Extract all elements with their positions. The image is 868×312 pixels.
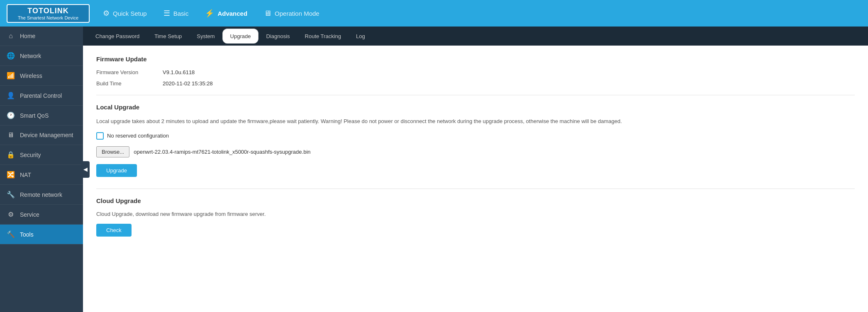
- sidebar-item-security[interactable]: 🔒 Security: [0, 145, 83, 165]
- gear-icon: ⚙: [103, 9, 110, 18]
- list-icon: ☰: [163, 9, 170, 18]
- sidebar-item-parental-control-label: Parental Control: [20, 92, 62, 99]
- device-icon: 🖥: [7, 131, 15, 139]
- service-icon: ⚙: [7, 210, 15, 218]
- firmware-version-value: V9.1.0u.6118: [163, 69, 195, 75]
- sidebar-item-parental-control[interactable]: 👤 Parental Control: [0, 86, 83, 106]
- local-upgrade-title: Local Upgrade: [96, 104, 855, 111]
- top-nav: ⚙ Quick Setup ☰ Basic ⚡ Advanced 🖥 Opera…: [103, 9, 861, 18]
- firmware-version-label: Firmware Version: [96, 69, 163, 75]
- sidebar-item-tools[interactable]: 🔨 Tools: [0, 225, 83, 244]
- no-reserved-config-row: No reserved configuration: [96, 132, 855, 140]
- top-header: TOTOLINK The Smartest Network Device ⚙ Q…: [0, 0, 868, 27]
- sidebar-collapse-button[interactable]: ◀: [81, 161, 90, 178]
- remote-icon: 🔧: [7, 191, 15, 198]
- tab-route-tracking[interactable]: Route Tracking: [297, 29, 349, 44]
- logo-subtitle: The Smartest Network Device: [12, 15, 85, 20]
- security-icon: 🔒: [7, 151, 15, 159]
- local-upgrade-warning: Local upgrade takes about 2 minutes to u…: [96, 117, 855, 126]
- no-reserved-config-label: No reserved configuration: [107, 133, 169, 139]
- sidebar-item-wireless-label: Wireless: [20, 73, 42, 79]
- monitor-icon: 🖥: [264, 9, 271, 18]
- logo-title: TOTOLINK: [12, 7, 85, 15]
- sidebar-item-device-management[interactable]: 🖥 Device Management: [0, 126, 83, 145]
- divider-1: [96, 95, 855, 95]
- top-nav-advanced-label: Advanced: [217, 10, 247, 17]
- qos-icon: 🕐: [7, 111, 15, 119]
- sidebar-item-home-label: Home: [20, 33, 35, 39]
- top-nav-operation-mode[interactable]: 🖥 Operation Mode: [264, 9, 319, 18]
- sidebar-item-service[interactable]: ⚙ Service: [0, 205, 83, 225]
- top-nav-operation-mode-label: Operation Mode: [275, 10, 319, 17]
- sidebar-wrapper: ⌂ Home 🌐 Network 📶 Wireless 👤 Parental C…: [0, 27, 83, 312]
- upgrade-button[interactable]: Upgrade: [96, 164, 137, 177]
- divider-2: [96, 189, 855, 189]
- sidebar-item-wireless[interactable]: 📶 Wireless: [0, 66, 83, 86]
- browse-button[interactable]: Browse...: [96, 146, 129, 157]
- build-time-label: Build Time: [96, 80, 163, 87]
- build-time-value: 2020-11-02 15:35:28: [163, 80, 213, 87]
- sidebar-item-service-label: Service: [20, 211, 39, 218]
- tab-system[interactable]: System: [189, 29, 222, 44]
- sidebar-item-nat-label: NAT: [20, 172, 31, 178]
- top-nav-quick-setup[interactable]: ⚙ Quick Setup: [103, 9, 147, 18]
- logo: TOTOLINK The Smartest Network Device: [7, 4, 90, 23]
- nat-icon: 🔀: [7, 171, 15, 179]
- sidebar-item-remote-network-label: Remote network: [20, 191, 62, 198]
- top-nav-basic-label: Basic: [173, 10, 189, 17]
- home-icon: ⌂: [7, 32, 15, 40]
- parental-icon: 👤: [7, 92, 15, 99]
- layout: ⌂ Home 🌐 Network 📶 Wireless 👤 Parental C…: [0, 27, 868, 312]
- chevron-left-icon: ◀: [83, 166, 88, 172]
- tab-time-setup[interactable]: Time Setup: [147, 29, 189, 44]
- tab-change-password[interactable]: Change Password: [88, 29, 147, 44]
- sidebar-item-smart-qos-label: Smart QoS: [20, 112, 49, 119]
- check-button[interactable]: Check: [96, 224, 132, 237]
- sidebar-item-remote-network[interactable]: 🔧 Remote network: [0, 185, 83, 205]
- page-body: Firmware Update Firmware Version V9.1.0u…: [83, 46, 868, 312]
- sidebar: ⌂ Home 🌐 Network 📶 Wireless 👤 Parental C…: [0, 27, 83, 312]
- tools-icon: 🔨: [7, 230, 15, 238]
- network-icon: 🌐: [7, 52, 15, 60]
- cloud-upgrade-title: Cloud Upgrade: [96, 197, 855, 204]
- build-time-row: Build Time 2020-11-02 15:35:28: [96, 80, 855, 87]
- tab-log[interactable]: Log: [349, 29, 373, 44]
- wireless-icon: 📶: [7, 72, 15, 80]
- sidebar-item-security-label: Security: [20, 152, 41, 158]
- no-reserved-config-checkbox[interactable]: [96, 132, 104, 140]
- sidebar-item-network[interactable]: 🌐 Network: [0, 46, 83, 66]
- top-nav-basic[interactable]: ☰ Basic: [163, 9, 189, 18]
- firmware-version-row: Firmware Version V9.1.0u.6118: [96, 69, 855, 75]
- sidebar-item-tools-label: Tools: [20, 231, 34, 238]
- tab-diagnosis[interactable]: Diagnosis: [258, 29, 297, 44]
- sidebar-item-network-label: Network: [20, 53, 41, 59]
- top-nav-advanced[interactable]: ⚡ Advanced: [205, 9, 247, 18]
- advanced-icon: ⚡: [205, 9, 214, 18]
- selected-file-name: openwrt-22.03.4-ramips-mt7621-totolink_x…: [134, 149, 310, 155]
- sidebar-item-nat[interactable]: 🔀 NAT: [0, 165, 83, 185]
- firmware-update-title: Firmware Update: [96, 56, 855, 63]
- cloud-upgrade-description: Cloud Upgrade, download new firmware upg…: [96, 211, 855, 217]
- main-content: Change Password Time Setup System Upgrad…: [83, 27, 868, 312]
- top-nav-quick-setup-label: Quick Setup: [113, 10, 147, 17]
- sidebar-item-device-management-label: Device Management: [20, 132, 73, 138]
- tab-upgrade[interactable]: Upgrade: [222, 29, 259, 44]
- sidebar-item-home[interactable]: ⌂ Home: [0, 27, 83, 46]
- file-row: Browse... openwrt-22.03.4-ramips-mt7621-…: [96, 146, 855, 157]
- sidebar-item-smart-qos[interactable]: 🕐 Smart QoS: [0, 106, 83, 126]
- sub-nav: Change Password Time Setup System Upgrad…: [83, 27, 868, 46]
